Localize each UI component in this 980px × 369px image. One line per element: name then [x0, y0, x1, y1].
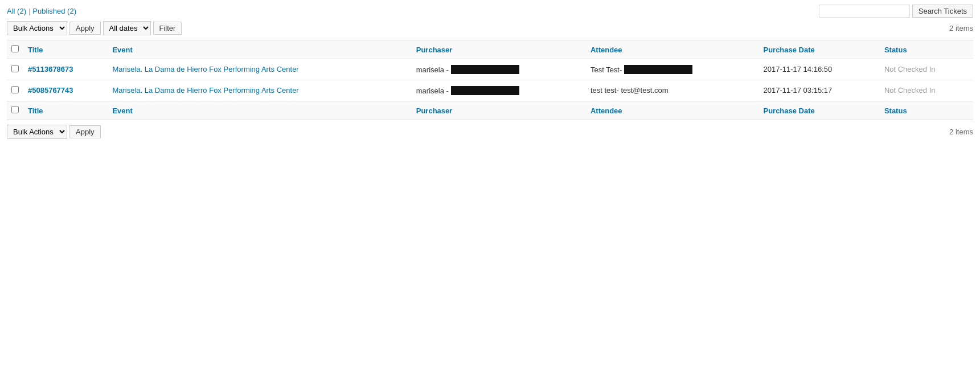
bulk-actions-select-top[interactable]: Bulk Actions [7, 21, 67, 35]
purchaser-redacted-bar [451, 65, 519, 74]
bottom-action-bar: Bulk Actions Apply 2 items [7, 125, 973, 139]
row-event: Marisela. La Dama de Hierro Fox Performi… [108, 80, 411, 101]
bottom-action-bar-left: Bulk Actions Apply [7, 125, 101, 139]
apply-button-bottom[interactable]: Apply [69, 125, 101, 138]
footer-checkbox-col [7, 101, 23, 120]
filter-published-count: (2) [67, 7, 76, 15]
col-attendee[interactable]: Attendee [586, 40, 759, 59]
search-input[interactable] [819, 5, 910, 18]
footer-col-status[interactable]: Status [880, 101, 973, 120]
col-title[interactable]: Title [23, 40, 108, 59]
filter-all-link[interactable]: All (2) [7, 7, 26, 15]
top-action-bar: Bulk Actions Apply All dates Filter 2 it… [7, 21, 973, 35]
table-row: #5085767743Marisela. La Dama de Hierro F… [7, 80, 973, 101]
apply-button-top[interactable]: Apply [69, 22, 101, 35]
purchaser-cell: marisela - [416, 65, 581, 74]
attendee-name: Test Test- [591, 65, 622, 74]
footer-col-title[interactable]: Title [23, 101, 108, 120]
purchaser-name: marisela - [416, 87, 449, 95]
select-all-checkbox[interactable] [11, 45, 19, 52]
row-status: Not Checked In [880, 80, 973, 101]
row-purchase-date: 2017-11-17 03:15:17 [758, 80, 879, 101]
row-attendee: Test Test- [586, 59, 759, 80]
select-all-checkbox-bottom[interactable] [11, 106, 19, 113]
filter-links: All (2) | Published (2) [7, 7, 76, 15]
col-event[interactable]: Event [108, 40, 411, 59]
purchaser-redacted-bar [451, 86, 519, 95]
top-action-bar-left: Bulk Actions Apply All dates Filter [7, 21, 182, 35]
row-checkbox-0[interactable] [11, 65, 19, 72]
event-link[interactable]: Marisela. La Dama de Hierro Fox Performi… [112, 86, 298, 95]
table-header-row: Title Event Purchaser Attendee Purchase … [7, 40, 973, 59]
row-checkbox-cell [7, 80, 23, 101]
bulk-actions-select-bottom[interactable]: Bulk Actions [7, 125, 67, 139]
ticket-link[interactable]: #5113678673 [28, 65, 73, 73]
footer-col-event[interactable]: Event [108, 101, 411, 120]
row-checkbox-cell [7, 59, 23, 80]
top-items-count: 2 items [949, 24, 973, 32]
table-footer-row: Title Event Purchaser Attendee Purchase … [7, 101, 973, 120]
attendee-text: test test- test@test.com [586, 80, 759, 101]
row-purchase-date: 2017-11-17 14:16:50 [758, 59, 879, 80]
dates-select[interactable]: All dates [103, 21, 151, 35]
event-link[interactable]: Marisela. La Dama de Hierro Fox Performi… [112, 65, 298, 73]
footer-col-purchase-date[interactable]: Purchase Date [758, 101, 879, 120]
filter-published-link[interactable]: Published (2) [32, 7, 76, 15]
purchaser-name: marisela - [416, 65, 449, 74]
bottom-items-count: 2 items [949, 128, 973, 136]
separator: | [28, 7, 30, 15]
row-purchaser: marisela - [412, 80, 586, 101]
col-status[interactable]: Status [880, 40, 973, 59]
tickets-table: Title Event Purchaser Attendee Purchase … [7, 40, 973, 120]
header-checkbox-col [7, 40, 23, 59]
filter-all-label: All [7, 7, 15, 15]
row-purchaser: marisela - [412, 59, 586, 80]
filter-all-count: (2) [17, 7, 26, 15]
row-checkbox-1[interactable] [11, 86, 19, 93]
footer-col-purchaser[interactable]: Purchaser [412, 101, 586, 120]
search-button[interactable]: Search Tickets [912, 5, 973, 18]
table-row: #5113678673Marisela. La Dama de Hierro F… [7, 59, 973, 80]
purchaser-cell: marisela - [416, 86, 581, 95]
attendee-redacted-bar [624, 65, 692, 74]
row-status: Not Checked In [880, 59, 973, 80]
row-title: #5085767743 [23, 80, 108, 101]
row-title: #5113678673 [23, 59, 108, 80]
filter-button[interactable]: Filter [153, 22, 182, 35]
row-event: Marisela. La Dama de Hierro Fox Performi… [108, 59, 411, 80]
col-purchaser[interactable]: Purchaser [412, 40, 586, 59]
attendee-cell: Test Test- [591, 65, 755, 74]
footer-col-attendee[interactable]: Attendee [586, 101, 759, 120]
col-purchase-date[interactable]: Purchase Date [758, 40, 879, 59]
search-box: Search Tickets [819, 5, 973, 18]
ticket-link[interactable]: #5085767743 [28, 86, 73, 95]
filter-published-label: Published [32, 7, 65, 15]
